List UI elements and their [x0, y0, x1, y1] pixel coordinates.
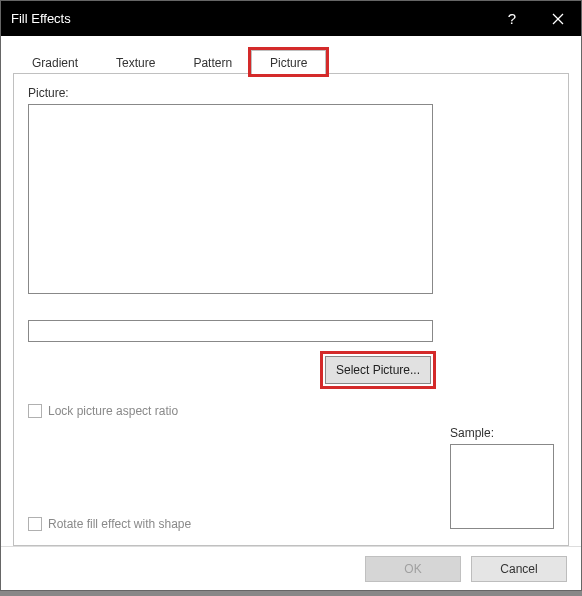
tab-picture[interactable]: Picture: [251, 50, 326, 74]
lock-aspect-label: Lock picture aspect ratio: [48, 404, 178, 418]
rotate-checkbox[interactable]: [28, 517, 42, 531]
picture-preview: [28, 104, 433, 294]
tab-label: Gradient: [32, 56, 78, 70]
dialog-title: Fill Effects: [11, 11, 489, 26]
fill-effects-dialog: Fill Effects ? Gradient Texture Pattern …: [0, 0, 582, 591]
picture-label: Picture:: [28, 86, 554, 100]
select-picture-highlight: Select Picture...: [323, 354, 433, 386]
titlebar: Fill Effects ?: [1, 1, 581, 36]
rotate-label: Rotate fill effect with shape: [48, 517, 191, 531]
picture-tab-panel: Picture: Select Picture... Lock picture …: [13, 74, 569, 546]
sample-preview: [450, 444, 554, 529]
tab-gradient[interactable]: Gradient: [13, 50, 97, 74]
rotate-row: Rotate fill effect with shape: [28, 517, 191, 531]
cancel-button[interactable]: Cancel: [471, 556, 567, 582]
picture-name-field[interactable]: [28, 320, 433, 342]
tab-label: Pattern: [193, 56, 232, 70]
lock-aspect-row: Lock picture aspect ratio: [28, 404, 554, 418]
close-button[interactable]: [535, 1, 581, 36]
dialog-footer: OK Cancel: [1, 546, 581, 590]
select-picture-button[interactable]: Select Picture...: [325, 356, 431, 384]
tab-label: Picture: [270, 56, 307, 70]
select-picture-wrap: Select Picture...: [28, 354, 433, 386]
tab-pattern[interactable]: Pattern: [174, 50, 251, 74]
sample-area: Sample:: [450, 426, 554, 529]
close-icon: [552, 13, 564, 25]
tab-bar: Gradient Texture Pattern Picture: [13, 48, 569, 74]
help-button[interactable]: ?: [489, 1, 535, 36]
ok-button: OK: [365, 556, 461, 582]
sample-label: Sample:: [450, 426, 554, 440]
dialog-body: Gradient Texture Pattern Picture Picture…: [1, 36, 581, 546]
tab-label: Texture: [116, 56, 155, 70]
lock-aspect-checkbox[interactable]: [28, 404, 42, 418]
help-icon: ?: [508, 10, 516, 27]
tab-texture[interactable]: Texture: [97, 50, 174, 74]
